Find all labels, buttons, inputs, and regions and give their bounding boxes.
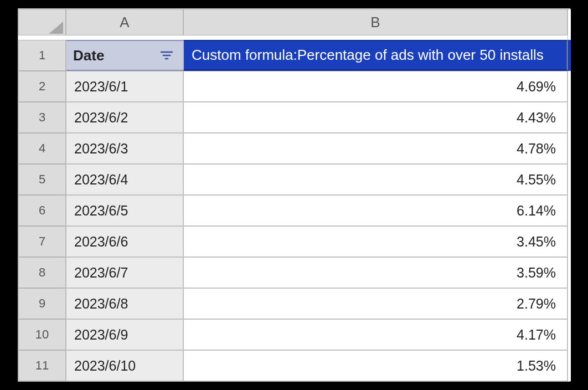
gutter [568,257,571,288]
row-header[interactable]: 1 [18,40,66,71]
row-header[interactable]: 4 [18,133,66,164]
cell-value[interactable]: 4.43% [183,102,568,133]
gutter [568,102,571,133]
gutter [568,133,571,164]
row-header[interactable]: 9 [18,288,66,319]
spreadsheet: A B 1 Date Custom formula:Percentage of … [18,8,570,382]
column-header-A[interactable]: A [66,9,183,35]
row-header[interactable]: 10 [18,319,66,350]
filter-icon [161,50,173,60]
header-cell-formula[interactable]: Custom formula:Percentage of ads with ov… [183,40,568,71]
row-header[interactable]: 7 [18,226,66,257]
grid: A B 1 Date Custom formula:Percentage of … [18,9,570,381]
cell-value[interactable]: 6.14% [183,195,568,226]
cell-date[interactable]: 2023/6/2 [66,102,183,133]
gutter [568,226,571,257]
cell-date[interactable]: 2023/6/1 [66,71,183,102]
header-formula-label: Custom formula:Percentage of ads with ov… [192,47,544,64]
cell-date[interactable]: 2023/6/6 [66,226,183,257]
corner-triangle-icon [49,22,63,34]
gutter [568,164,571,195]
cell-date[interactable]: 2023/6/7 [66,257,183,288]
row-header[interactable]: 2 [18,71,66,102]
gutter [568,195,571,226]
gutter [568,350,571,381]
cell-date[interactable]: 2023/6/3 [66,133,183,164]
cell-date[interactable]: 2023/6/5 [66,195,183,226]
row-header[interactable]: 11 [18,350,66,381]
svg-marker-0 [49,22,63,34]
row-header[interactable]: 3 [18,102,66,133]
header-cell-date[interactable]: Date [66,40,183,71]
gutter [568,71,571,102]
cell-value[interactable]: 3.59% [183,257,568,288]
gutter [568,319,571,350]
cell-value[interactable]: 4.78% [183,133,568,164]
gutter [568,40,571,71]
row-header[interactable]: 8 [18,257,66,288]
cell-date[interactable]: 2023/6/10 [66,350,183,381]
gutter [568,9,571,40]
gutter [568,288,571,319]
cell-value[interactable]: 2.79% [183,288,568,319]
cell-value[interactable]: 4.17% [183,319,568,350]
cell-value[interactable]: 4.69% [183,71,568,102]
cell-value[interactable]: 1.53% [183,350,568,381]
cell-date[interactable]: 2023/6/4 [66,164,183,195]
row-header[interactable]: 5 [18,164,66,195]
select-all-corner[interactable] [18,9,66,35]
filter-button[interactable] [157,46,176,65]
cell-date[interactable]: 2023/6/8 [66,288,183,319]
header-date-label: Date [73,47,104,64]
column-header-B[interactable]: B [183,9,568,35]
row-header[interactable]: 6 [18,195,66,226]
cell-date[interactable]: 2023/6/9 [66,319,183,350]
cell-value[interactable]: 3.45% [183,226,568,257]
cell-value[interactable]: 4.55% [183,164,568,195]
